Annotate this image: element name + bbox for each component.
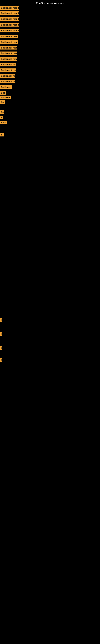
bottleneck-result-badge: Bottleneck res <box>0 68 16 72</box>
site-title: TheBottlenecker.com <box>0 2 100 5</box>
bottleneck-result-badge: Bottleneck result <box>0 40 18 44</box>
bottleneck-result-badge: Bo <box>0 110 4 114</box>
bottleneck-result-badge: Bottleneck resu <box>0 63 16 66</box>
bottleneck-result-badge: Bott <box>0 91 6 94</box>
bottleneck-result-badge: Bottleneck re <box>0 80 15 83</box>
bottleneck-result-badge: Bottleneck res <box>0 74 15 78</box>
bottleneck-result-badge: Bottleneck result <box>0 17 19 21</box>
bottleneck-result-badge: B <box>0 133 3 136</box>
bottleneck-result-badge: Bottleneck resu <box>0 57 17 61</box>
bottleneck-result-badge: Bottl <box>0 121 7 124</box>
bottleneck-result-badge: Bottleneck result <box>0 34 18 38</box>
bottleneck-result-badge: | <box>0 318 2 322</box>
bottleneck-result-badge: Bottlene <box>0 96 11 99</box>
bottleneck-result-badge: | <box>0 332 2 336</box>
bottleneck-result-badge: B <box>0 358 2 362</box>
bottleneck-result-badge: Bottleneck result <box>0 23 19 26</box>
bottleneck-result-badge: B <box>0 116 3 119</box>
bottleneck-result-badge: Bottlenec <box>0 85 12 89</box>
bottleneck-result-badge: Bottleneck result <box>0 6 19 10</box>
bottleneck-result-badge: Bottleneck result <box>0 29 19 32</box>
bottleneck-result-badge: Bottleneck result <box>0 11 19 15</box>
bottleneck-result-badge: Bottleneck result <box>0 46 17 50</box>
bottleneck-result-badge: Bo <box>0 100 5 104</box>
bottleneck-result-badge: Bottleneck resu <box>0 52 17 55</box>
bottleneck-result-badge: B <box>0 346 2 350</box>
